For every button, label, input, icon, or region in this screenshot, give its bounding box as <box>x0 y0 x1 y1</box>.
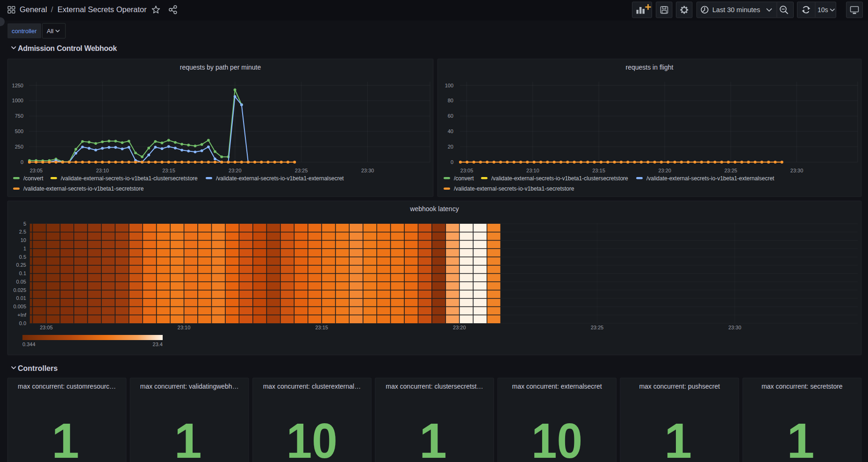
svg-text:/validate-external-secrets-io-: /validate-external-secrets-io-v1beta1-cl… <box>491 175 628 182</box>
svg-text:General: General <box>20 5 47 14</box>
svg-text:External Secrets Operator: External Secrets Operator <box>57 5 147 14</box>
svg-text:max concurrent: externalsecret: max concurrent: externalsecret <box>512 383 602 390</box>
svg-text:/validate-external-secrets-io-: /validate-external-secrets-io-v1beta1-ex… <box>216 175 344 182</box>
svg-text:max concurrent: pushsecret: max concurrent: pushsecret <box>639 383 720 390</box>
svg-text:23:20: 23:20 <box>453 325 466 330</box>
svg-text:Last 30 minutes: Last 30 minutes <box>712 6 760 14</box>
svg-text:23:05: 23:05 <box>460 168 473 173</box>
svg-text:500: 500 <box>15 128 23 134</box>
svg-text:0.0: 0.0 <box>19 320 26 326</box>
svg-text:10: 10 <box>531 413 582 462</box>
svg-text:60: 60 <box>448 113 453 119</box>
svg-text:/validate-external-secrets-io-: /validate-external-secrets-io-v1beta1-cl… <box>61 175 198 182</box>
svg-text:0.005: 0.005 <box>13 304 26 309</box>
svg-text:2.5: 2.5 <box>19 229 26 235</box>
svg-text:0: 0 <box>451 159 453 165</box>
svg-text:0.025: 0.025 <box>13 287 26 293</box>
svg-text:0.25: 0.25 <box>16 262 26 268</box>
svg-text:23:30: 23:30 <box>728 325 741 330</box>
svg-text:+Inf: +Inf <box>17 312 27 318</box>
svg-text:Controllers: Controllers <box>18 364 57 372</box>
svg-text:0.5: 0.5 <box>19 254 26 260</box>
svg-text:0.05: 0.05 <box>16 279 26 284</box>
svg-text:0.01: 0.01 <box>16 295 26 301</box>
svg-text:23:10: 23:10 <box>526 168 539 173</box>
svg-text:80: 80 <box>448 98 453 103</box>
svg-text:Admission Control Webhook: Admission Control Webhook <box>18 44 117 52</box>
svg-text:0.1: 0.1 <box>19 270 26 276</box>
svg-text:23:15: 23:15 <box>592 168 605 173</box>
svg-text:1: 1 <box>419 413 447 462</box>
svg-text:23:10: 23:10 <box>96 168 109 173</box>
svg-text:23:05: 23:05 <box>40 325 53 330</box>
svg-text:23.4: 23.4 <box>153 341 163 347</box>
svg-text:0: 0 <box>21 159 23 165</box>
svg-text:23:30: 23:30 <box>361 168 374 173</box>
svg-text:23:20: 23:20 <box>229 168 242 173</box>
svg-text:23:20: 23:20 <box>658 168 671 173</box>
svg-text:23:25: 23:25 <box>591 325 604 330</box>
svg-text:max concurrent: customresourc…: max concurrent: customresourc… <box>18 383 116 390</box>
svg-text:40: 40 <box>448 128 453 134</box>
svg-text:23:05: 23:05 <box>30 168 43 173</box>
svg-text:1: 1 <box>664 413 692 462</box>
svg-text:/validate-external-secrets-io-: /validate-external-secrets-io-v1beta1-ex… <box>646 175 775 182</box>
svg-text:1: 1 <box>23 246 26 251</box>
svg-text:23:15: 23:15 <box>162 168 175 173</box>
svg-text:max concurrent: clusterexterna: max concurrent: clusterexternal… <box>263 383 361 390</box>
svg-text:1250: 1250 <box>12 83 23 88</box>
svg-text:23:10: 23:10 <box>178 325 191 330</box>
svg-text:/validate-external-secrets-io-: /validate-external-secrets-io-v1beta1-se… <box>454 185 574 192</box>
svg-text:23:15: 23:15 <box>315 325 328 330</box>
svg-text:requests in flight: requests in flight <box>626 64 674 71</box>
svg-text:0.344: 0.344 <box>22 341 36 347</box>
svg-text:23:25: 23:25 <box>725 168 738 173</box>
svg-text:5: 5 <box>23 221 26 227</box>
svg-text:10: 10 <box>21 237 26 243</box>
svg-text:1: 1 <box>52 413 79 462</box>
svg-text:requests by path per minute: requests by path per minute <box>180 64 261 71</box>
svg-text:/: / <box>51 5 53 14</box>
svg-text:/validate-external-secrets-io-: /validate-external-secrets-io-v1beta1-se… <box>23 185 144 192</box>
svg-text:750: 750 <box>15 113 23 119</box>
svg-text:max concurrent: validatingwebh: max concurrent: validatingwebh… <box>140 383 239 390</box>
svg-text:20: 20 <box>448 144 453 149</box>
svg-text:max concurrent: secretstore: max concurrent: secretstore <box>761 383 843 390</box>
svg-text:webhook latency: webhook latency <box>409 205 459 213</box>
svg-text:10s: 10s <box>818 6 828 14</box>
svg-text:10: 10 <box>287 413 337 462</box>
svg-text:/convert: /convert <box>23 175 43 182</box>
svg-text:1: 1 <box>174 413 202 462</box>
svg-text:23:30: 23:30 <box>790 168 803 173</box>
svg-text:23:25: 23:25 <box>295 168 308 173</box>
svg-text:1: 1 <box>787 413 814 462</box>
svg-text:1000: 1000 <box>12 98 23 103</box>
svg-text:controller: controller <box>12 28 37 35</box>
svg-text:max concurrent: clustersecrets: max concurrent: clustersecretst… <box>386 383 483 390</box>
svg-text:/convert: /convert <box>454 175 474 182</box>
svg-text:100: 100 <box>445 83 453 88</box>
svg-text:250: 250 <box>15 144 23 149</box>
svg-text:All: All <box>47 28 54 35</box>
